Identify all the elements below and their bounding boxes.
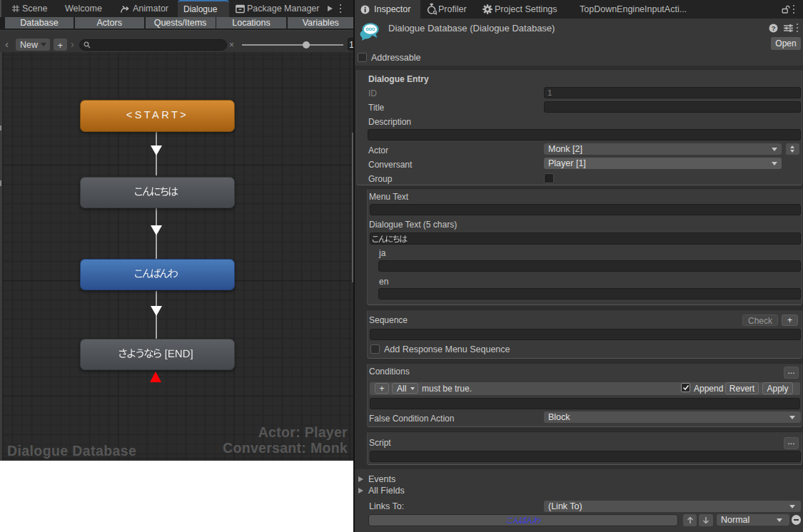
svg-text:?: ?: [772, 24, 776, 32]
